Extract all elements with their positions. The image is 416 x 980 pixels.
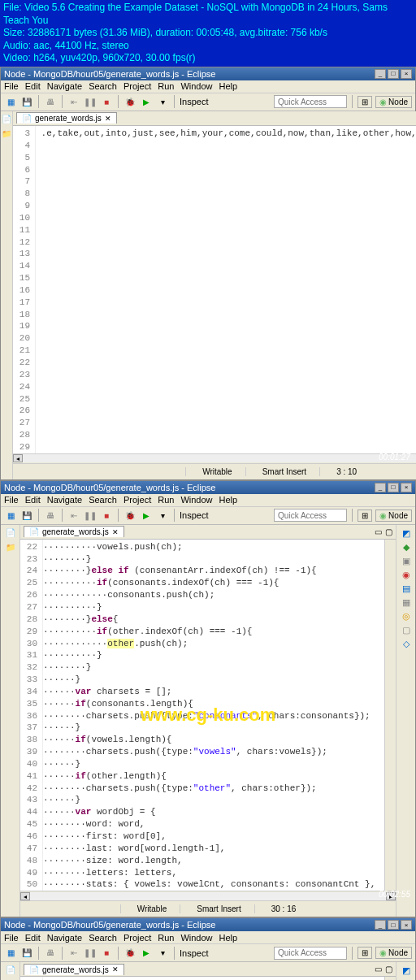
- editor-tab[interactable]: 📄 generate_words.js ✕: [24, 964, 124, 975]
- horizontal-scrollbar[interactable]: ◂ ▸: [20, 891, 396, 900]
- open-perspective-button[interactable]: ⊞: [358, 947, 372, 959]
- tool-icon[interactable]: ◩: [402, 965, 410, 976]
- run-icon[interactable]: ▶: [140, 95, 153, 108]
- debug-stepback-icon[interactable]: ⇤: [67, 947, 80, 960]
- new-icon[interactable]: ▦: [4, 947, 17, 960]
- menu-project[interactable]: Project: [124, 933, 151, 943]
- menu-window[interactable]: Window: [180, 495, 212, 505]
- node-perspective-button[interactable]: ◉ Node: [375, 510, 412, 522]
- debug-icon[interactable]: 🐞: [124, 947, 136, 960]
- open-perspective-button[interactable]: ⊞: [358, 510, 372, 522]
- node-perspective-button[interactable]: ◉ Node: [375, 947, 412, 959]
- quick-access-input[interactable]: [274, 95, 347, 108]
- minimize-button[interactable]: _: [375, 69, 386, 79]
- tool-icon[interactable]: ▦: [402, 597, 410, 608]
- vertical-scrollbar[interactable]: [384, 977, 396, 980]
- close-button[interactable]: ×: [401, 920, 412, 930]
- menu-search[interactable]: Search: [89, 81, 117, 91]
- title-bar[interactable]: Node - MongoDB/hour05/generate_words.js …: [1, 67, 415, 80]
- inspect-button[interactable]: Inspect: [180, 97, 208, 106]
- print-icon[interactable]: 🖶: [44, 95, 57, 108]
- debug-icon[interactable]: 🐞: [124, 509, 136, 522]
- code-view[interactable]: 3 4 5 6 7 8 9 10 11 12 13 14 15 16 17 18…: [13, 126, 416, 453]
- tab-close-icon[interactable]: ✕: [105, 115, 111, 123]
- debug-pause-icon[interactable]: ❚❚: [84, 509, 97, 522]
- node-perspective-button[interactable]: ◉ Node: [375, 96, 412, 108]
- save-icon[interactable]: 💾: [20, 509, 33, 522]
- menu-navigate[interactable]: Navigate: [47, 933, 82, 943]
- run-dropdown-icon[interactable]: ▾: [156, 509, 169, 522]
- tab-close-icon[interactable]: ✕: [112, 965, 119, 973]
- menu-search[interactable]: Search: [89, 495, 117, 505]
- tool-icon[interactable]: ◎: [402, 611, 410, 622]
- debug-stepback-icon[interactable]: ⇤: [67, 509, 80, 522]
- debug-stop-icon[interactable]: ■: [100, 95, 113, 108]
- print-icon[interactable]: 🖶: [44, 947, 57, 960]
- menu-file[interactable]: File: [4, 495, 19, 505]
- debug-stepback-icon[interactable]: ⇤: [67, 95, 80, 108]
- debug-pause-icon[interactable]: ❚❚: [84, 947, 97, 960]
- new-icon[interactable]: ▦: [4, 95, 17, 108]
- editor-tab[interactable]: 📄 generate_words.js ✕: [24, 526, 124, 537]
- inspect-button[interactable]: Inspect: [180, 510, 208, 520]
- title-bar[interactable]: Node - MongoDB/hour05/generate_words.js …: [1, 918, 415, 931]
- new-icon[interactable]: ▦: [4, 509, 17, 522]
- run-dropdown-icon[interactable]: ▾: [156, 947, 169, 960]
- menu-project[interactable]: Project: [124, 495, 151, 505]
- editor-tab[interactable]: 📄 generate_words.js ✕: [16, 112, 117, 124]
- scroll-left-icon[interactable]: ◂: [13, 454, 23, 462]
- minimize-button[interactable]: _: [375, 483, 386, 492]
- outline-icon[interactable]: 📄: [5, 528, 16, 540]
- code-text[interactable]: ······} ······if(vowels.length){ ·······…: [43, 977, 396, 980]
- inspect-button[interactable]: Inspect: [180, 948, 208, 958]
- outline-icon[interactable]: 📄: [5, 965, 16, 977]
- run-dropdown-icon[interactable]: ▾: [156, 95, 169, 108]
- run-icon[interactable]: ▶: [140, 509, 153, 522]
- quick-access-input[interactable]: [274, 947, 347, 960]
- horizontal-scrollbar[interactable]: ◂ ▸: [13, 453, 416, 463]
- package-explorer-icon[interactable]: 📁: [5, 543, 16, 554]
- outline-icon[interactable]: 📄: [1, 115, 12, 126]
- save-icon[interactable]: 💾: [20, 947, 33, 960]
- debug-icon[interactable]: 🐞: [124, 95, 136, 108]
- menu-help[interactable]: Help: [219, 495, 238, 505]
- code-view[interactable]: 37 38 39 40 41 42 43 44 45 46 47 48 49 5…: [20, 977, 396, 980]
- maximize-view-icon[interactable]: ▢: [385, 527, 392, 536]
- tool-icon[interactable]: ▣: [402, 556, 410, 566]
- menu-navigate[interactable]: Navigate: [47, 81, 82, 91]
- run-icon[interactable]: ▶: [140, 947, 153, 960]
- menu-help[interactable]: Help: [219, 81, 238, 91]
- maximize-button[interactable]: □: [388, 483, 399, 492]
- menu-window[interactable]: Window: [180, 81, 212, 91]
- tab-close-icon[interactable]: ✕: [112, 528, 119, 536]
- menu-run[interactable]: Run: [158, 933, 174, 943]
- tool-icon[interactable]: ▤: [402, 583, 410, 594]
- print-icon[interactable]: 🖶: [44, 509, 57, 522]
- menu-navigate[interactable]: Navigate: [47, 495, 82, 505]
- menu-file[interactable]: File: [4, 933, 19, 943]
- minimize-view-icon[interactable]: ▭: [375, 965, 382, 973]
- debug-pause-icon[interactable]: ❚❚: [84, 95, 97, 108]
- code-text[interactable]: .e,take,out,into,just,see,him,your,come,…: [36, 126, 416, 453]
- menu-run[interactable]: Run: [158, 81, 174, 91]
- maximize-view-icon[interactable]: ▢: [385, 965, 392, 973]
- debug-stop-icon[interactable]: ■: [100, 509, 113, 522]
- package-explorer-icon[interactable]: 📁: [1, 129, 12, 141]
- code-text[interactable]: ··········vowels.push(ch); ········} ···…: [43, 540, 396, 891]
- tool-icon[interactable]: ◇: [403, 639, 410, 649]
- minimize-button[interactable]: _: [375, 920, 386, 930]
- tool-icon[interactable]: ◉: [402, 570, 410, 580]
- menu-file[interactable]: File: [4, 81, 19, 91]
- menu-help[interactable]: Help: [219, 933, 238, 943]
- tool-icon[interactable]: ▢: [402, 625, 410, 635]
- vertical-scrollbar[interactable]: [384, 540, 396, 891]
- menu-edit[interactable]: Edit: [25, 933, 41, 943]
- close-button[interactable]: ×: [401, 69, 412, 79]
- menu-run[interactable]: Run: [158, 495, 174, 505]
- scroll-left-icon[interactable]: ◂: [20, 892, 30, 900]
- close-button[interactable]: ×: [401, 483, 412, 492]
- minimize-view-icon[interactable]: ▭: [375, 527, 382, 536]
- maximize-button[interactable]: □: [388, 920, 399, 930]
- tool-icon[interactable]: ◩: [402, 528, 410, 539]
- menu-edit[interactable]: Edit: [25, 495, 41, 505]
